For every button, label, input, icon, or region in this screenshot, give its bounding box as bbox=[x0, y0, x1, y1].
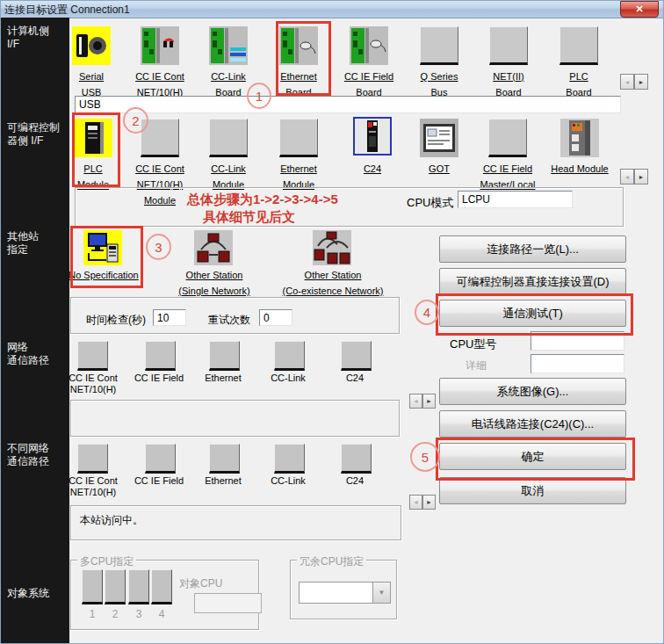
scroll-right-icon[interactable]: ► bbox=[634, 74, 648, 90]
pcif-qseries-bus-icon[interactable] bbox=[420, 26, 458, 65]
redundant-cpu-value bbox=[300, 582, 372, 603]
scroll-left-icon[interactable]: ◄ bbox=[409, 394, 422, 409]
cpu-model-label: CPU型号 bbox=[450, 336, 496, 352]
plcif-c24-icon[interactable] bbox=[353, 117, 392, 156]
plcif-plc-module-icon[interactable] bbox=[74, 119, 112, 157]
cancel-button[interactable]: 取消 bbox=[439, 477, 626, 504]
phone-line-button[interactable]: 电话线路连接(C24)(C)... bbox=[439, 410, 626, 438]
nospec-icon[interactable] bbox=[83, 230, 122, 265]
scroll-left-icon[interactable]: ◄ bbox=[620, 169, 634, 185]
pcif-item-ccie-field-board[interactable]: CC IE Field Board bbox=[329, 68, 408, 99]
step2-marker: 2 bbox=[123, 107, 148, 134]
chevron-down-icon[interactable]: ▼ bbox=[372, 582, 390, 603]
netroute-ethernet-icon[interactable] bbox=[209, 341, 240, 371]
retry-label: 重试次数 bbox=[208, 313, 250, 328]
pcif-plc-board-icon[interactable] bbox=[559, 26, 598, 65]
diffroute-ethernet-icon[interactable] bbox=[209, 444, 240, 474]
multi-cpu-button-1[interactable] bbox=[82, 569, 103, 604]
netroute-label-c24: C24 bbox=[317, 373, 393, 384]
multi-cpu-button-3[interactable] bbox=[128, 569, 149, 604]
other-station-item-nospec[interactable]: No Specification bbox=[60, 266, 148, 282]
pcif-item-qseries-bus[interactable]: Q Series Bus bbox=[400, 68, 479, 99]
status-panel: 本站访问中。 bbox=[70, 505, 401, 540]
pcif-serial-usb-icon[interactable] bbox=[72, 26, 111, 65]
cpu-model-field[interactable] bbox=[530, 331, 624, 351]
pcif-scroll: ◄ ► bbox=[620, 74, 648, 90]
scroll-left-icon[interactable]: ◄ bbox=[409, 495, 422, 510]
pcif-item-serial-usb[interactable]: Serial USB bbox=[52, 68, 131, 99]
multi-cpu-num-1: 1 bbox=[82, 608, 103, 620]
diffroute-ccie-cont-icon[interactable] bbox=[77, 444, 108, 474]
multi-cpu-group-label: 多CPU指定 bbox=[77, 554, 136, 569]
close-icon[interactable]: ✕ bbox=[620, 1, 659, 18]
annotation-line2: 具体细节见后文 bbox=[203, 209, 295, 226]
time-check-label: 时间检查(秒) bbox=[86, 313, 146, 328]
step4-marker: 4 bbox=[415, 300, 439, 325]
detail-label: 详细 bbox=[466, 358, 487, 373]
target-cpu-label: 对象CPU bbox=[179, 576, 222, 591]
pcif-item-netii-board[interactable]: NET(II) Board bbox=[469, 68, 548, 99]
sidebar-label-pc-if: 计算机侧 I/F bbox=[7, 25, 49, 51]
time-check-field[interactable]: 10 bbox=[153, 309, 186, 326]
multi-cpu-button-4[interactable] bbox=[151, 569, 172, 604]
multi-cpu-num-4: 4 bbox=[151, 608, 172, 620]
other-station-coexist-icon[interactable] bbox=[313, 230, 351, 265]
ok-button[interactable]: 确定 bbox=[439, 443, 626, 470]
category-sidebar: 计算机侧 I/F 可编程控制 器侧 I/F 其他站 指定 网络 通信路径 不同网… bbox=[0, 18, 69, 644]
step1-marker: 1 bbox=[247, 83, 271, 109]
plcif-item-head-module[interactable]: Head Module bbox=[540, 160, 619, 176]
pcif-ethernet-board-icon[interactable] bbox=[279, 26, 318, 65]
diffroute-label-c24: C24 bbox=[317, 475, 393, 487]
comm-test-button[interactable]: 通信测试(T) bbox=[439, 300, 626, 327]
netroute-ccie-cont-icon[interactable] bbox=[77, 341, 108, 371]
window-title: 连接目标设置 Connection1 bbox=[4, 3, 130, 18]
connection-list-button[interactable]: 连接路径一览(L)... bbox=[439, 235, 626, 263]
plcif-got-icon[interactable] bbox=[420, 119, 458, 157]
title-bar: 连接目标设置 Connection1 ✕ bbox=[0, 0, 664, 18]
netroute-cclink-icon[interactable] bbox=[274, 341, 305, 371]
sidebar-label-target-system: 对象系统 bbox=[7, 587, 49, 600]
scroll-left-icon[interactable]: ◄ bbox=[620, 74, 634, 90]
sidebar-label-diff-network-route: 不同网络 通信路径 bbox=[7, 442, 49, 468]
step3-marker: 3 bbox=[146, 234, 171, 260]
scroll-right-icon[interactable]: ► bbox=[634, 169, 648, 185]
cpu-mode-field[interactable]: LCPU bbox=[458, 191, 573, 208]
scroll-right-icon[interactable]: ► bbox=[422, 495, 436, 510]
annotation-line1: 总体步骤为1->2->3->4->5 bbox=[187, 192, 338, 208]
diffroute-scroll: ◄ ► bbox=[409, 495, 436, 510]
system-image-button[interactable]: 系统图像(G)... bbox=[439, 378, 626, 405]
plcif-scroll: ◄ ► bbox=[620, 169, 648, 185]
pcif-ccie-cont-board-icon[interactable] bbox=[141, 26, 179, 65]
multi-cpu-button-2[interactable] bbox=[105, 569, 126, 604]
netroute-label-cclink: CC-Link bbox=[250, 373, 326, 384]
scroll-right-icon[interactable]: ► bbox=[422, 394, 436, 409]
netroute-ccie-field-icon[interactable] bbox=[145, 341, 176, 371]
diffroute-ccie-field-icon[interactable] bbox=[145, 444, 176, 474]
diffroute-label-cclink: CC-Link bbox=[250, 475, 326, 487]
plcif-head-module-icon[interactable] bbox=[560, 119, 599, 157]
other-station-item-coexist[interactable]: Other Station (Co-existence Network) bbox=[276, 266, 390, 298]
detail-field[interactable] bbox=[530, 354, 624, 373]
multi-cpu-num-2: 2 bbox=[105, 608, 126, 620]
plcif-ethernet-module-icon[interactable] bbox=[279, 119, 318, 157]
retry-field[interactable]: 0 bbox=[259, 309, 292, 326]
diffroute-c24-icon[interactable] bbox=[341, 444, 372, 474]
pcif-ccie-field-board-icon[interactable] bbox=[350, 26, 388, 65]
pcif-netii-board-icon[interactable] bbox=[489, 26, 528, 65]
sidebar-label-other-station: 其他站 指定 bbox=[7, 230, 39, 257]
plcif-item-got[interactable]: GOT bbox=[400, 160, 479, 176]
target-cpu-field[interactable] bbox=[194, 593, 262, 613]
plcif-ccie-field-module-icon[interactable] bbox=[488, 119, 527, 157]
other-station-single-icon[interactable] bbox=[194, 230, 233, 265]
pcif-selected-field[interactable]: USB bbox=[75, 96, 621, 113]
netroute-detail-panel bbox=[70, 400, 400, 437]
redundant-cpu-dropdown[interactable]: ▼ bbox=[299, 582, 391, 604]
pcif-cclink-board-icon[interactable] bbox=[209, 26, 248, 65]
netroute-c24-icon[interactable] bbox=[341, 341, 372, 371]
netroute-scroll: ◄ ► bbox=[409, 394, 436, 409]
plcif-cclink-module-icon[interactable] bbox=[209, 119, 248, 157]
other-station-item-single[interactable]: Other Station (Single Network) bbox=[166, 266, 263, 298]
diffroute-cclink-icon[interactable] bbox=[274, 444, 305, 474]
pcif-item-plc-board[interactable]: PLC Board bbox=[539, 68, 618, 99]
direct-connection-button[interactable]: 可编程控制器直接连接设置(D) bbox=[439, 268, 626, 295]
